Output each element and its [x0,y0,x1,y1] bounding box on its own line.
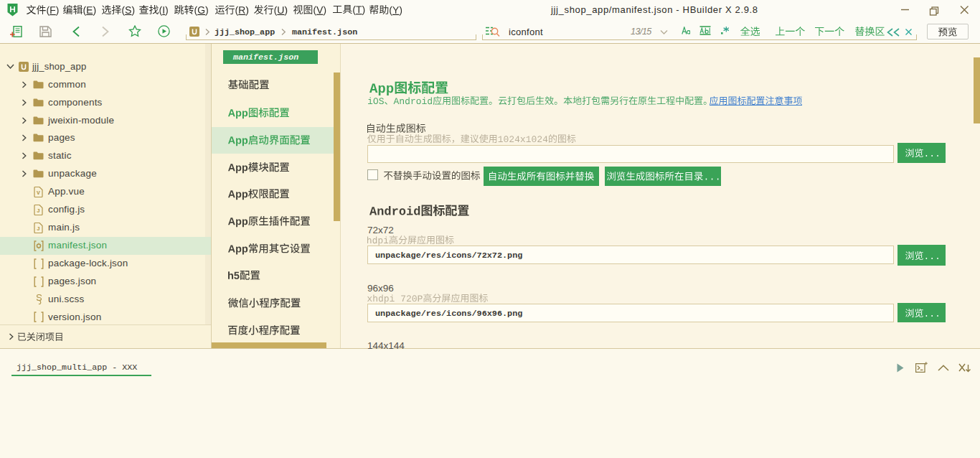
svg-text:J: J [37,207,40,214]
svg-text:J: J [37,225,40,232]
svg-text:V: V [37,190,40,196]
